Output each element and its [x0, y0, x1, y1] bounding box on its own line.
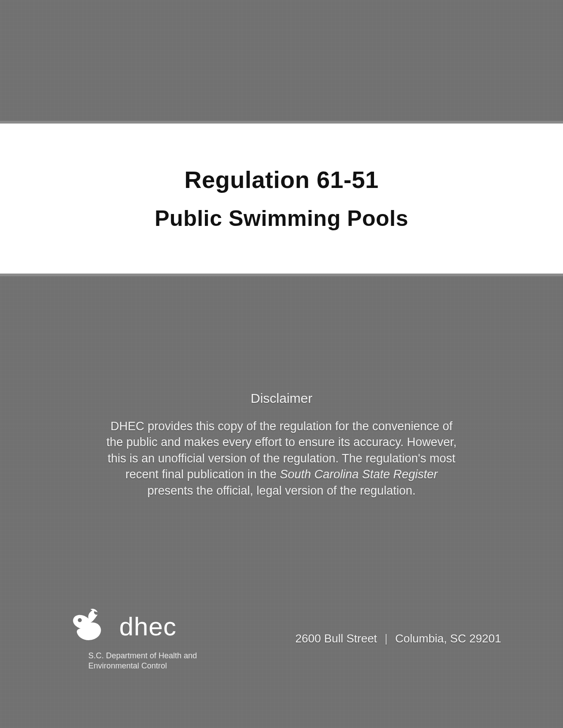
- footer: dhec S.C. Department of Health and Envir…: [0, 607, 563, 671]
- svg-point-0: [78, 618, 82, 622]
- disclaimer-text-post: presents the official, legal version of …: [147, 484, 416, 497]
- top-grey-band: [0, 0, 563, 124]
- dhec-logo-icon: [66, 607, 115, 646]
- org-name: S.C. Department of Health and Environmen…: [88, 651, 197, 671]
- bottom-grey-band: Disclaimer DHEC provides this copy of th…: [0, 274, 563, 728]
- logo-wordmark: dhec: [119, 614, 177, 639]
- regulation-title: Public Swimming Pools: [155, 206, 408, 231]
- disclaimer-heading: Disclaimer: [102, 391, 461, 406]
- address-street: 2600 Bull Street: [295, 632, 377, 645]
- disclaimer-text-italic: South Carolina State Register: [280, 468, 438, 481]
- logo-block: dhec S.C. Department of Health and Envir…: [66, 607, 197, 671]
- org-name-line1: S.C. Department of Health and: [88, 651, 197, 660]
- address-city: Columbia, SC 29201: [395, 632, 501, 645]
- disclaimer-block: Disclaimer DHEC provides this copy of th…: [0, 391, 563, 499]
- disclaimer-body: DHEC provides this copy of the regulatio…: [102, 418, 461, 499]
- org-name-line2: Environmental Control: [88, 661, 167, 670]
- address-separator: |: [385, 632, 388, 645]
- regulation-number: Regulation 61-51: [184, 166, 378, 193]
- logo-row: dhec: [66, 607, 197, 646]
- title-band: Regulation 61-51 Public Swimming Pools: [0, 124, 563, 274]
- address: 2600 Bull Street | Columbia, SC 29201: [295, 632, 501, 645]
